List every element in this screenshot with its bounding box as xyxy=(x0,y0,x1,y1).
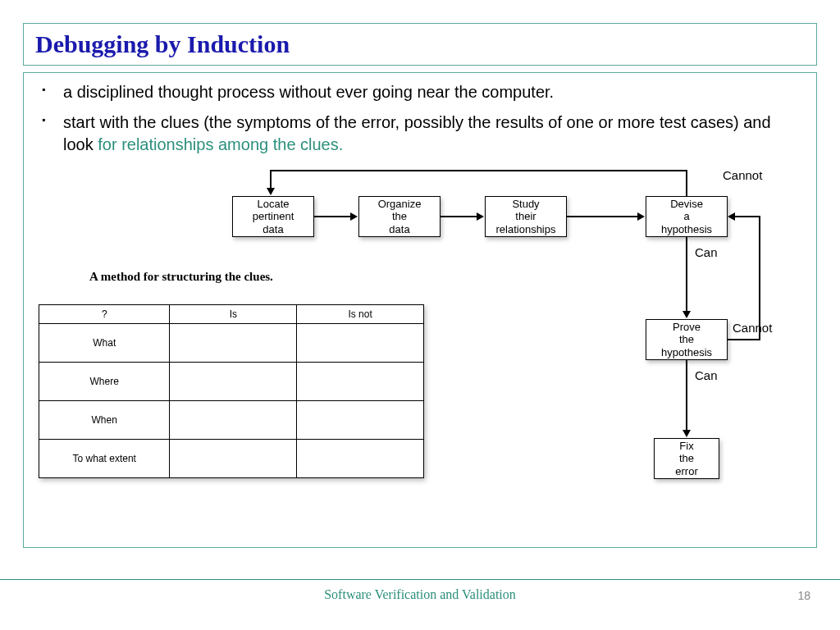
footer-text: Software Verification and Validation xyxy=(0,587,840,602)
arrow-icon xyxy=(637,212,645,221)
bullet-list: a disciplined thought process without ev… xyxy=(35,81,805,156)
bullet-2: start with the clues (the symptoms of th… xyxy=(35,112,805,156)
node-devise: Deviseahypothesis xyxy=(646,196,728,237)
page-number: 18 xyxy=(797,589,810,602)
table-row-label: When xyxy=(39,401,170,440)
table-header: Is xyxy=(170,305,297,324)
label-can: Can xyxy=(695,368,718,382)
table-header: Is not xyxy=(297,305,424,324)
node-organize: Organizethedata xyxy=(358,196,441,237)
node-prove: Provethehypothesis xyxy=(646,319,728,360)
table-row-label: To what extent xyxy=(39,440,170,478)
node-locate: Locatepertinentdata xyxy=(232,196,314,237)
title-box: Debugging by Induction xyxy=(23,23,817,66)
node-fix: Fixtheerror xyxy=(654,438,719,479)
slide-title: Debugging by Induction xyxy=(35,30,805,58)
clue-table: ? Is Is not What Where When To what exte… xyxy=(39,304,424,478)
bullet-1: a disciplined thought process without ev… xyxy=(35,81,805,103)
table-row-label: Where xyxy=(39,363,170,401)
arrow-icon xyxy=(350,212,358,221)
table-header: ? xyxy=(39,305,170,324)
node-study: Studytheirrelationships xyxy=(485,196,567,237)
content-box: a disciplined thought process without ev… xyxy=(23,72,817,548)
table-row-label: What xyxy=(39,324,170,363)
table-caption: A method for structuring the clues. xyxy=(89,270,273,284)
arrow-icon xyxy=(728,212,735,221)
footer-divider xyxy=(0,579,840,580)
arrow-icon xyxy=(682,311,691,318)
label-can: Can xyxy=(695,245,718,259)
arrow-icon xyxy=(682,430,691,437)
arrow-icon xyxy=(477,212,484,221)
arrow-icon xyxy=(267,188,275,195)
label-cannot: Cannot xyxy=(723,168,762,182)
label-cannot: Cannot xyxy=(733,321,772,335)
